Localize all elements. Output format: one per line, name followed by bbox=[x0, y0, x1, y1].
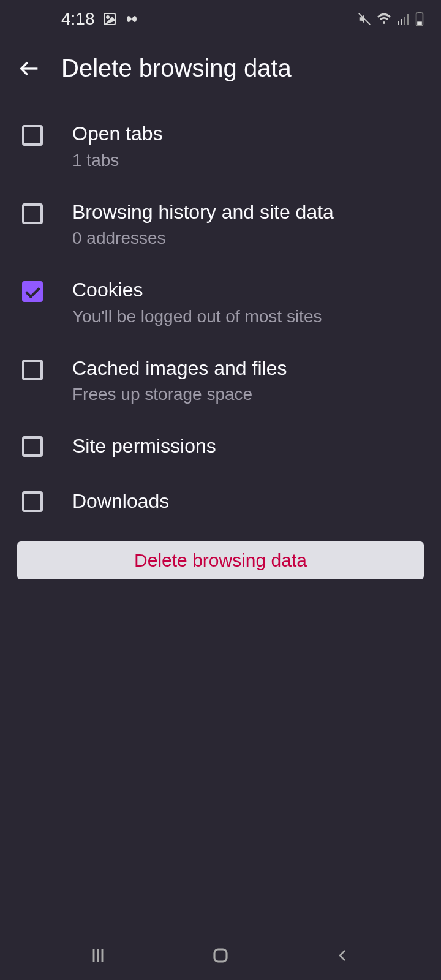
battery-icon bbox=[415, 12, 424, 26]
option-subtitle: Frees up storage space bbox=[72, 385, 424, 404]
mute-icon bbox=[358, 12, 371, 26]
wifi-icon bbox=[376, 13, 392, 25]
option-title: Browsing history and site data bbox=[72, 200, 424, 225]
signal-icon bbox=[397, 13, 410, 25]
svg-rect-6 bbox=[407, 14, 409, 25]
svg-rect-5 bbox=[404, 17, 405, 25]
checkbox-cache[interactable] bbox=[22, 360, 43, 380]
option-cache[interactable]: Cached images and files Frees up storage… bbox=[0, 341, 441, 420]
app-bar: Delete browsing data bbox=[0, 38, 441, 99]
system-nav-bar bbox=[0, 931, 441, 980]
option-title: Open tabs bbox=[72, 121, 424, 147]
back-button[interactable] bbox=[15, 54, 44, 83]
checkbox-history[interactable] bbox=[22, 203, 43, 224]
option-history[interactable]: Browsing history and site data 0 address… bbox=[0, 185, 441, 263]
option-subtitle: 0 addresses bbox=[72, 228, 424, 248]
option-subtitle: You'll be logged out of most sites bbox=[72, 307, 424, 326]
home-button[interactable] bbox=[202, 937, 239, 974]
options-list: Open tabs 1 tabs Browsing history and si… bbox=[0, 99, 441, 529]
svg-point-1 bbox=[107, 16, 109, 18]
option-cookies[interactable]: Cookies You'll be logged out of most sit… bbox=[0, 263, 441, 341]
chevron-left-icon bbox=[336, 947, 350, 964]
checkbox-downloads[interactable] bbox=[22, 491, 43, 512]
recents-icon bbox=[89, 947, 107, 964]
image-icon bbox=[102, 12, 117, 26]
checkbox-site-permissions[interactable] bbox=[22, 436, 43, 457]
option-title: Downloads bbox=[72, 489, 424, 514]
option-open-tabs[interactable]: Open tabs 1 tabs bbox=[0, 107, 441, 185]
option-site-permissions[interactable]: Site permissions bbox=[0, 419, 441, 474]
option-downloads[interactable]: Downloads bbox=[0, 474, 441, 529]
svg-rect-3 bbox=[398, 21, 399, 25]
page-title: Delete browsing data bbox=[61, 55, 292, 82]
option-title: Cookies bbox=[72, 277, 424, 303]
checkbox-cookies[interactable] bbox=[22, 281, 43, 302]
infinity-icon bbox=[124, 14, 143, 24]
arrow-left-icon bbox=[17, 56, 42, 81]
option-subtitle: 1 tabs bbox=[72, 151, 424, 170]
svg-rect-4 bbox=[401, 19, 402, 25]
option-title: Site permissions bbox=[72, 434, 424, 459]
recents-button[interactable] bbox=[80, 937, 116, 974]
delete-button[interactable]: Delete browsing data bbox=[17, 541, 424, 579]
svg-rect-14 bbox=[214, 949, 227, 962]
svg-rect-9 bbox=[417, 21, 422, 24]
back-nav-button[interactable] bbox=[325, 937, 361, 974]
home-icon bbox=[211, 946, 230, 965]
status-time: 4:18 bbox=[61, 9, 95, 29]
checkbox-open-tabs[interactable] bbox=[22, 125, 43, 146]
option-title: Cached images and files bbox=[72, 356, 424, 382]
svg-rect-8 bbox=[418, 12, 421, 13]
status-bar: 4:18 bbox=[0, 0, 441, 38]
